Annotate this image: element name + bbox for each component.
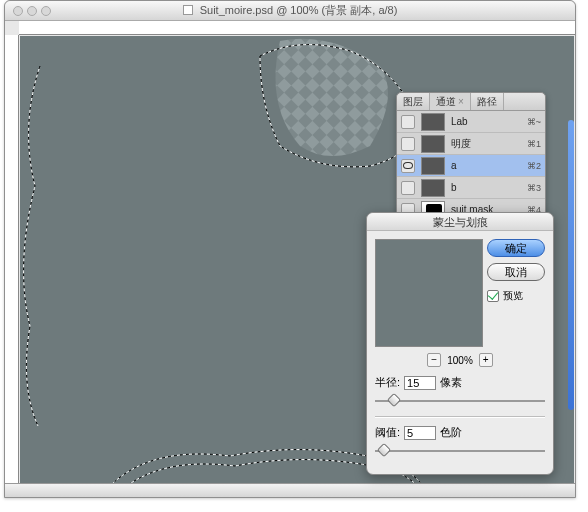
channel-label: b: [451, 182, 521, 193]
threshold-label: 阈值:: [375, 425, 400, 440]
dialog-title: 蒙尘与划痕: [367, 213, 553, 231]
radius-slider[interactable]: [375, 394, 545, 408]
close-icon[interactable]: ×: [458, 96, 464, 107]
visibility-toggle[interactable]: [401, 159, 415, 173]
channel-thumb: [421, 135, 445, 153]
dust-and-scratches-dialog: 蒙尘与划痕 确定 取消 预览 − 100% + 半径: 像素 阈值:: [366, 212, 554, 475]
window-title: Suit_moire.psd @ 100% (背景 副本, a/8): [5, 3, 575, 18]
channel-row-a[interactable]: a ⌘2: [397, 155, 545, 177]
radius-label: 半径:: [375, 375, 400, 390]
radius-input[interactable]: [404, 376, 436, 390]
channel-row-b[interactable]: b ⌘3: [397, 177, 545, 199]
zoom-value: 100%: [447, 355, 473, 366]
radius-row: 半径: 像素: [375, 375, 545, 390]
channel-row-lightness[interactable]: 明度 ⌘1: [397, 133, 545, 155]
channel-list: Lab ⌘~ 明度 ⌘1 a ⌘2 b ⌘3 suit mask ⌘4: [397, 111, 545, 221]
preview-checkbox[interactable]: [487, 290, 499, 302]
channel-thumb: [421, 157, 445, 175]
selection-marquee-left: [20, 66, 90, 430]
channel-label: 明度: [451, 137, 521, 151]
titlebar: Suit_moire.psd @ 100% (背景 副本, a/8): [5, 1, 575, 21]
threshold-unit: 色阶: [440, 425, 462, 440]
zoom-out-button[interactable]: −: [427, 353, 441, 367]
vertical-scrollbar[interactable]: [568, 120, 574, 410]
channel-thumb: [421, 113, 445, 131]
threshold-slider[interactable]: [375, 444, 545, 458]
channel-label: a: [451, 160, 521, 171]
channel-shortcut: ⌘~: [527, 117, 541, 127]
tab-channels[interactable]: 通道×: [430, 93, 471, 110]
close-window-button[interactable]: [13, 6, 23, 16]
preview-checkbox-row[interactable]: 预览: [487, 289, 523, 303]
channel-shortcut: ⌘1: [527, 139, 541, 149]
panel-tabs: 图层 通道× 路径: [397, 93, 545, 111]
document-icon: [183, 5, 193, 15]
ruler-horizontal[interactable]: [19, 21, 575, 35]
visibility-toggle[interactable]: [401, 137, 415, 151]
status-bar: [5, 483, 575, 497]
channels-panel: 图层 通道× 路径 Lab ⌘~ 明度 ⌘1 a ⌘2 b ⌘3: [396, 92, 546, 222]
zoom-window-button[interactable]: [41, 6, 51, 16]
tab-paths[interactable]: 路径: [471, 93, 504, 110]
ok-button[interactable]: 确定: [487, 239, 545, 257]
ruler-vertical[interactable]: [5, 35, 19, 497]
threshold-input[interactable]: [404, 426, 436, 440]
zoom-controls: − 100% +: [375, 353, 545, 367]
tab-layers[interactable]: 图层: [397, 93, 430, 110]
filter-preview[interactable]: [375, 239, 483, 347]
channel-thumb: [421, 179, 445, 197]
preview-label: 预览: [503, 289, 523, 303]
channel-label: Lab: [451, 116, 521, 127]
zoom-in-button[interactable]: +: [479, 353, 493, 367]
divider: [375, 416, 545, 417]
threshold-row: 阈值: 色阶: [375, 425, 545, 440]
channel-shortcut: ⌘3: [527, 183, 541, 193]
radius-unit: 像素: [440, 375, 462, 390]
channel-shortcut: ⌘2: [527, 161, 541, 171]
visibility-toggle[interactable]: [401, 181, 415, 195]
channel-row-lab[interactable]: Lab ⌘~: [397, 111, 545, 133]
window-traffic-lights: [13, 6, 51, 16]
cancel-button[interactable]: 取消: [487, 263, 545, 281]
visibility-toggle[interactable]: [401, 115, 415, 129]
minimize-window-button[interactable]: [27, 6, 37, 16]
